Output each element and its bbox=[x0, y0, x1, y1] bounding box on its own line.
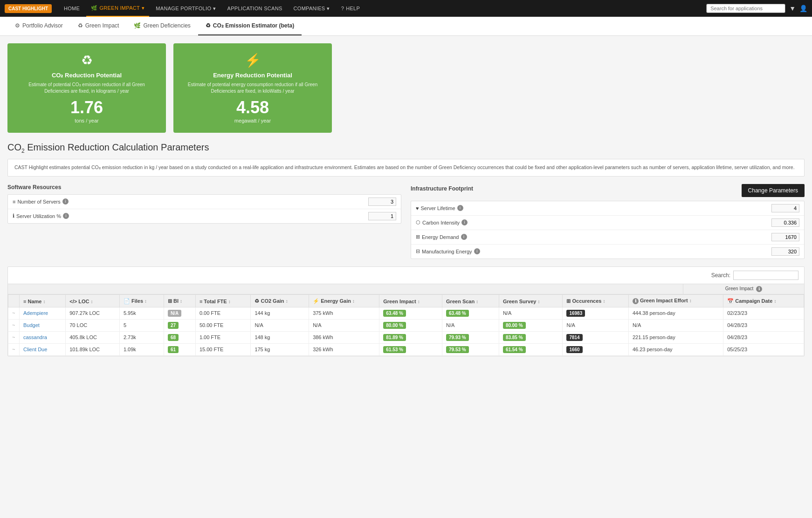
servers-info-icon[interactable]: i bbox=[62, 198, 69, 204]
help-icon: ? bbox=[341, 6, 344, 11]
file-icon: 📄 bbox=[124, 298, 130, 304]
change-parameters-button[interactable]: Change Parameters bbox=[742, 184, 805, 197]
row-greenscan: 79.93 % bbox=[442, 331, 499, 343]
section-title: CO2 Emission Reduction Calculation Param… bbox=[7, 142, 805, 154]
app-search-input[interactable] bbox=[706, 4, 785, 13]
row-icon: ~ bbox=[8, 319, 20, 331]
carbon-intensity-row: ⬡ Carbon Intensity i bbox=[411, 216, 804, 230]
col-files[interactable]: 📄 Files ↕ bbox=[119, 294, 164, 307]
row-fte: 15.00 FTE bbox=[195, 343, 250, 355]
row-greenimpact: 81.89 % bbox=[379, 331, 442, 343]
energy-card-title: Energy Reduction Potential bbox=[213, 72, 292, 79]
row-gieffort: N/A bbox=[628, 319, 723, 331]
app-logo[interactable]: CAST HIGHLIGHT bbox=[5, 4, 52, 13]
row-greenimpact: 63.48 % bbox=[379, 307, 442, 319]
row-greensurvey: 83.85 % bbox=[499, 331, 563, 343]
tab-co2-emission-estimator[interactable]: ♻ CO₂ Emission Estimator (beta) bbox=[198, 17, 302, 35]
row-occurences: N/A bbox=[563, 319, 628, 331]
manufacturing-energy-label: ⊟ Manufacturing Energy i bbox=[416, 248, 768, 254]
infrastructure-panel: Infrastructure Footprint Change Paramete… bbox=[411, 184, 805, 259]
utilization-info-icon[interactable]: i bbox=[63, 213, 69, 219]
server-lifetime-input[interactable] bbox=[771, 204, 799, 212]
recycle-icon: ♻ bbox=[81, 53, 93, 68]
row-fte: 0.00 FTE bbox=[195, 307, 250, 319]
summary-cards: ♻ CO₂ Reduction Potential Estimate of po… bbox=[7, 43, 805, 133]
tab-green-deficiencies[interactable]: 🌿 Green Deficiencies bbox=[126, 17, 198, 35]
col-icon bbox=[8, 294, 20, 307]
leaf-icon: 🌿 bbox=[134, 22, 141, 29]
nav-companies[interactable]: COMPANIES ▾ bbox=[289, 0, 335, 17]
col-greenscan[interactable]: Green Scan ↕ bbox=[442, 294, 499, 307]
list-icon: ≡ bbox=[23, 299, 26, 304]
utilization-input[interactable] bbox=[368, 212, 396, 220]
carbon-intensity-input[interactable] bbox=[771, 218, 799, 227]
manufacturing-energy-input[interactable] bbox=[771, 247, 799, 256]
recycle-icon: ♻ bbox=[78, 22, 83, 29]
nav-right: ▼ 👤 bbox=[706, 4, 807, 13]
servers-row: ≡ Number of Servers i bbox=[8, 195, 401, 209]
energy-demand-input[interactable] bbox=[771, 233, 799, 241]
utilization-label: ℹ Server Utilization % i bbox=[13, 213, 365, 219]
nav-home[interactable]: HOME bbox=[59, 0, 84, 17]
page-tabs: ⚙ Portfolio Advisor ♻ Green Impact 🌿 Gre… bbox=[0, 17, 812, 36]
col-greensurvey[interactable]: Green Survey ↕ bbox=[499, 294, 563, 307]
col-fte[interactable]: ≡ Total FTE ↕ bbox=[195, 294, 250, 307]
effort-info-icon[interactable]: ℹ bbox=[633, 298, 639, 304]
infrastructure-table: ♥ Server Lifetime i ⬡ Carbon Intensity i bbox=[411, 201, 805, 259]
servers-input[interactable] bbox=[368, 198, 396, 206]
col-greenimpact[interactable]: Green Impact ↕ bbox=[379, 294, 442, 307]
tab-green-impact[interactable]: ♻ Green Impact bbox=[70, 17, 127, 35]
co2-reduction-card: ♻ CO₂ Reduction Potential Estimate of po… bbox=[7, 43, 166, 133]
energy-card-unit: megawatt / year bbox=[234, 118, 271, 123]
table-search-input[interactable] bbox=[733, 271, 798, 280]
leaf-icon: 🌿 bbox=[91, 5, 97, 11]
row-bi: 68 bbox=[164, 331, 195, 343]
row-greenscan: 79.53 % bbox=[442, 343, 499, 355]
energy-demand-row: ⊞ Energy Demand i bbox=[411, 230, 804, 245]
gear-icon: ⚙ bbox=[15, 22, 20, 29]
col-bi[interactable]: ⊞ BI ↕ bbox=[164, 294, 195, 307]
row-name[interactable]: cassandra bbox=[20, 331, 66, 343]
col-loc[interactable]: </> LOC ↕ bbox=[66, 294, 120, 307]
energy-demand-info-icon[interactable]: i bbox=[461, 234, 467, 240]
row-bi: 27 bbox=[164, 319, 195, 331]
server-lifetime-row: ♥ Server Lifetime i bbox=[411, 201, 804, 216]
co2-card-unit: tons / year bbox=[75, 118, 98, 123]
col-name[interactable]: ≡ Name ↕ bbox=[20, 294, 66, 307]
col-occurences[interactable]: ⊞ Occurences ↕ bbox=[563, 294, 628, 307]
carbon-info-icon[interactable]: i bbox=[461, 219, 468, 225]
nav-manage-portfolio[interactable]: MANAGE PORTFOLIO ▾ bbox=[151, 0, 220, 17]
row-name[interactable]: Client Due bbox=[20, 343, 66, 355]
col-gieffort[interactable]: ℹ Green Impact Effort ↕ bbox=[628, 294, 723, 307]
row-name[interactable]: Adempiere bbox=[20, 307, 66, 319]
table-row: ~ Budget 70 LOC 5 27 50.00 FTE N/A N/A 8… bbox=[8, 319, 804, 331]
utilization-icon: ℹ bbox=[13, 213, 14, 219]
row-fte: 1.00 FTE bbox=[195, 331, 250, 343]
tab-portfolio-advisor[interactable]: ⚙ Portfolio Advisor bbox=[7, 17, 70, 35]
col-co2gain[interactable]: ♻ CO2 Gain ↕ bbox=[251, 294, 309, 307]
data-table-section: Search: Green Impact ℹ ≡ Name ↕ </> LOC … bbox=[7, 266, 805, 356]
row-name[interactable]: Budget bbox=[20, 319, 66, 331]
green-impact-info-icon[interactable]: ℹ bbox=[756, 286, 762, 292]
nav-items: HOME 🌿 GREEN IMPACT ▾ MANAGE PORTFOLIO ▾… bbox=[59, 0, 706, 17]
nav-green-impact[interactable]: 🌿 GREEN IMPACT ▾ bbox=[86, 0, 149, 17]
user-avatar[interactable]: 👤 bbox=[799, 5, 807, 12]
nav-help[interactable]: ? HELP bbox=[337, 0, 365, 17]
row-icon: ~ bbox=[8, 331, 20, 343]
nav-application-scans[interactable]: APPLICATION SCANS bbox=[223, 0, 287, 17]
row-co2gain: 144 kg bbox=[251, 307, 309, 319]
row-fte: 50.00 FTE bbox=[195, 319, 250, 331]
server-lifetime-info-icon[interactable]: i bbox=[457, 205, 463, 211]
col-energygain[interactable]: ⚡ Energy Gain ↕ bbox=[309, 294, 379, 307]
energy-demand-icon: ⊞ bbox=[416, 234, 420, 240]
main-content: ♻ CO₂ Reduction Potential Estimate of po… bbox=[0, 36, 812, 364]
manufacturing-info-icon[interactable]: i bbox=[474, 248, 480, 254]
row-loc: 70 LOC bbox=[66, 319, 120, 331]
row-energygain: N/A bbox=[309, 319, 379, 331]
dropdown-icon: ▾ bbox=[327, 6, 330, 12]
row-greenscan: N/A bbox=[442, 319, 499, 331]
col-campdate[interactable]: 📅 Campaign Date ↕ bbox=[723, 294, 804, 307]
filter-icon[interactable]: ▼ bbox=[789, 5, 796, 12]
row-greenimpact: 61.53 % bbox=[379, 343, 442, 355]
green-impact-column-group-label: Green Impact bbox=[725, 286, 754, 291]
